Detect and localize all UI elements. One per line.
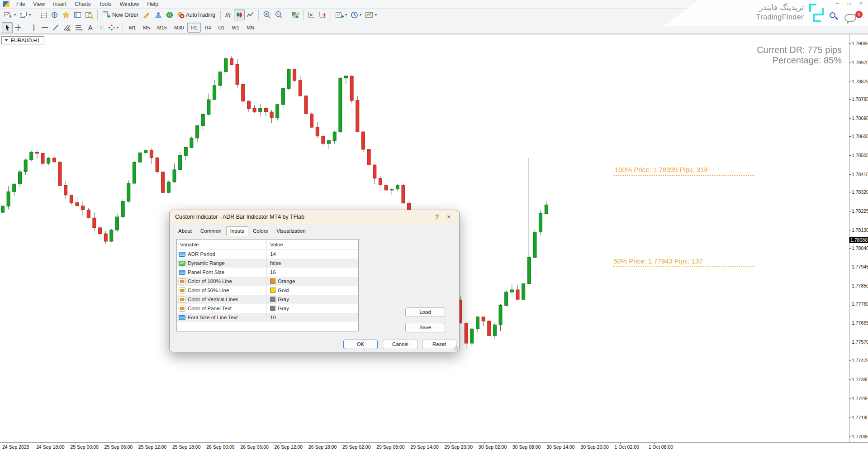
price-axis[interactable]: 1.790651.789701.788751.787851.786901.786… [849, 34, 868, 442]
mql5-community-button[interactable] [152, 10, 164, 20]
indicators-button[interactable]: ▾ [333, 10, 349, 20]
timeframe-m30-button[interactable]: M30 [171, 23, 187, 33]
param-value-cell[interactable]: 16 [267, 269, 358, 275]
dialog-tab-colors[interactable]: Colors [249, 226, 272, 236]
dialog-titlebar[interactable]: Custom Indicator - ADR Bar Indicator MT4… [170, 210, 459, 224]
dialog-tab-visualization[interactable]: Visualization [272, 226, 309, 236]
arrows-button[interactable]: ▾ [106, 22, 120, 33]
timeframe-m15-button[interactable]: M15 [154, 23, 171, 33]
profiles-button[interactable]: ▾ [18, 10, 33, 20]
percentage-text: Percentage: 85% [757, 55, 842, 66]
chat-badge: 1 [855, 11, 863, 18]
dialog-help-button[interactable]: ? [431, 212, 443, 222]
param-value-cell[interactable]: Gold [267, 288, 358, 293]
time-axis[interactable]: 24 Sep 202524 Sep 18:0025 Sep 00:0025 Se… [0, 442, 868, 451]
param-row-color-of-panel-text[interactable]: Color of Panel TextGray [177, 304, 358, 313]
indicators-caret-icon[interactable]: ▾ [345, 13, 347, 17]
cursor-button[interactable] [2, 22, 13, 33]
menu-help[interactable]: Help [143, 0, 162, 8]
timeframe-m5-button[interactable]: M5 [139, 23, 153, 33]
timeframe-m1-button[interactable]: M1 [125, 23, 139, 33]
zoom-in-button[interactable] [261, 10, 273, 20]
param-value-cell[interactable]: Orange [267, 278, 358, 284]
menu-window[interactable]: Window [116, 0, 143, 8]
resize-grip[interactable] [453, 346, 458, 350]
dialog-tab-about[interactable]: About [174, 226, 196, 236]
menu-tools[interactable]: Tools [95, 0, 116, 8]
param-row-color-of-100-line[interactable]: Color of 100% LineOrange [177, 277, 358, 286]
templates-button[interactable]: ▾ [363, 10, 379, 20]
navigator-button[interactable] [60, 10, 72, 20]
param-row-panel-font-size[interactable]: 123Panel Font Size16 [177, 268, 358, 277]
alert-button[interactable] [141, 10, 152, 20]
chart-shift-button[interactable] [317, 10, 328, 20]
crosshair-button[interactable] [13, 22, 24, 33]
dialog-tab-common[interactable]: Common [196, 226, 226, 236]
dialog-tab-inputs[interactable]: Inputs [226, 226, 248, 236]
param-row-dynamic-range[interactable]: Dynamic Rangefalse [177, 259, 358, 268]
fibonacci-button[interactable]: F [73, 22, 85, 33]
vertical-line-button[interactable] [28, 22, 39, 33]
symbol-dropdown-icon[interactable] [5, 39, 8, 43]
price-axis-label: 1.77850 [852, 283, 868, 288]
param-row-color-of-vertical-lines[interactable]: Color of Vertical LinesGray [177, 295, 358, 304]
strategy-tester-button[interactable] [83, 10, 95, 20]
horizontal-line-button[interactable] [39, 22, 50, 33]
auto-scroll-button[interactable] [306, 10, 317, 20]
close-window-icon[interactable]: × [857, 0, 864, 6]
candlestick-chart-button[interactable] [234, 10, 245, 20]
param-row-color-of-50-line[interactable]: Color of 50% LineGold [177, 286, 358, 295]
autotrading-button[interactable]: AutoTrading [175, 10, 218, 20]
reset-button[interactable]: Reset [422, 340, 456, 349]
bar-chart-button[interactable] [223, 10, 234, 20]
menu-view[interactable]: View [29, 0, 49, 8]
param-value-cell[interactable]: Gray [267, 306, 358, 311]
new-order-button[interactable]: New Order [100, 10, 141, 20]
data-window-button[interactable] [49, 10, 60, 20]
load-button[interactable]: Load [405, 307, 445, 317]
menu-insert[interactable]: Insert [49, 0, 71, 8]
menu-file[interactable]: File [12, 0, 29, 8]
timeframe-h4-button[interactable]: H4 [201, 23, 214, 33]
chat-icon[interactable] [844, 14, 856, 22]
dialog-close-button[interactable]: × [443, 212, 455, 222]
terminal-button[interactable] [72, 10, 83, 20]
text-button[interactable]: A [85, 22, 95, 33]
cancel-button[interactable]: Cancel [383, 340, 418, 349]
new-chart-caret-icon[interactable]: ▾ [14, 13, 16, 17]
timeframe-mn-button[interactable]: MN [243, 23, 258, 33]
templates-caret-icon[interactable]: ▾ [375, 13, 377, 17]
symbol-tab[interactable]: EURAUD,H1 [1, 36, 44, 44]
timeframe-d1-button[interactable]: D1 [215, 23, 228, 33]
param-value-cell[interactable]: Gray [267, 297, 358, 302]
periods-button[interactable]: ▾ [349, 10, 363, 20]
text-label-button[interactable]: T [95, 22, 106, 33]
market-button[interactable] [164, 10, 175, 20]
trendline-button[interactable] [50, 22, 61, 33]
timeframe-h1-button[interactable]: H1 [187, 23, 201, 33]
minimize-icon[interactable]: − [834, 0, 841, 6]
tile-windows-button[interactable] [289, 10, 301, 20]
ok-button[interactable]: OK [343, 340, 378, 349]
zoom-out-button[interactable] [273, 10, 285, 20]
new-chart-button[interactable]: +▾ [2, 10, 18, 20]
periods-caret-icon[interactable]: ▾ [360, 13, 361, 17]
param-value-cell[interactable]: 10 [267, 315, 358, 320]
level-50-label: 50% Price: 1.77943 Pips: 137 [613, 257, 703, 265]
param-row-font-size-of-line-text[interactable]: 123Font Size of Line Text10 [177, 313, 358, 322]
profiles-caret-icon[interactable]: ▾ [29, 13, 31, 17]
menu-charts[interactable]: Charts [71, 0, 95, 8]
save-button[interactable]: Save [405, 323, 445, 332]
param-value-cell[interactable]: 14 [267, 251, 358, 257]
timeframe-w1-button[interactable]: W1 [228, 23, 243, 33]
arrows-caret-icon[interactable]: ▾ [117, 26, 119, 29]
param-row-adr-period[interactable]: 123ADR Period14 [177, 249, 358, 259]
search-icon[interactable] [830, 12, 835, 18]
restore-icon[interactable]: □ [845, 0, 853, 6]
line-chart-button[interactable] [245, 10, 256, 20]
toolbar-separator [303, 10, 304, 20]
price-axis-label: 1.78225 [852, 208, 868, 214]
param-value-cell[interactable]: false [267, 260, 358, 266]
equidistant-channel-button[interactable]: E [61, 22, 73, 33]
market-watch-button[interactable] [38, 10, 49, 20]
